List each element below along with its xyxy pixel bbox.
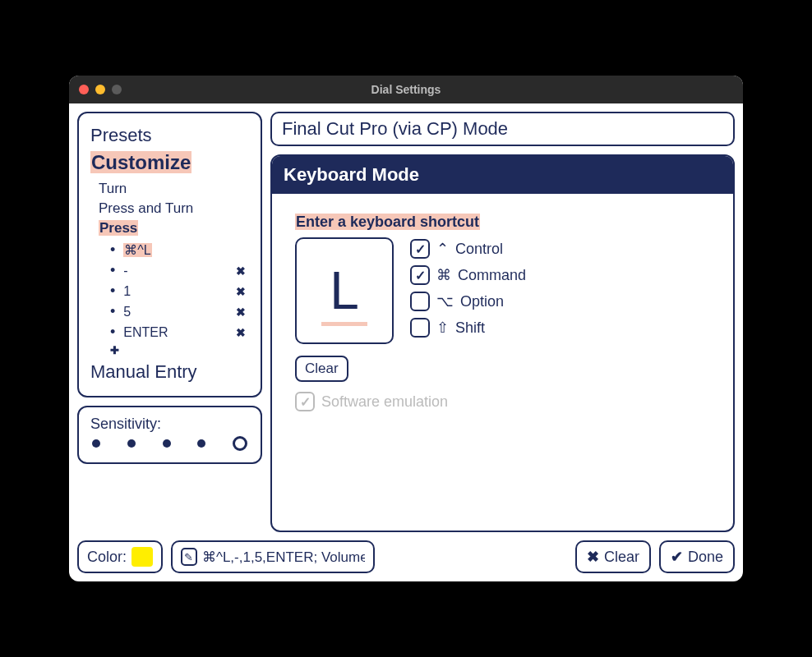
control-symbol-icon: ⌃: [436, 240, 449, 258]
clear-button[interactable]: ✖ Clear: [575, 540, 651, 573]
sidebar-manual-entry[interactable]: Manual Entry: [90, 361, 249, 383]
sensitivity-step[interactable]: [92, 439, 100, 448]
remove-entry-icon[interactable]: ✖: [236, 306, 246, 319]
summary-field[interactable]: ✎: [171, 540, 375, 573]
sensitivity-step[interactable]: [197, 439, 205, 448]
press-entry[interactable]: ENTER ✖: [110, 322, 249, 342]
sensitivity-step-selected[interactable]: [233, 436, 247, 451]
press-entry[interactable]: - ✖: [110, 260, 249, 281]
sensitivity-panel: Sensitivity:: [77, 406, 262, 464]
press-entry[interactable]: 5 ✖: [110, 301, 249, 322]
summary-input[interactable]: [202, 549, 365, 565]
window-title: Dial Settings: [69, 83, 743, 96]
sidebar-customize[interactable]: Customize: [90, 151, 249, 174]
mode-title[interactable]: Final Cut Pro (via CP) Mode: [270, 112, 735, 146]
keyboard-mode-header: Keyboard Mode: [272, 156, 733, 194]
sidebar-presets[interactable]: Presets: [90, 125, 249, 146]
edit-icon[interactable]: ✎: [181, 548, 197, 566]
check-icon: ✔: [671, 548, 683, 566]
checkbox-command[interactable]: [410, 265, 430, 285]
sidebar-item-press-and-turn[interactable]: Press and Turn: [90, 199, 249, 218]
clear-shortcut-button[interactable]: Clear: [295, 356, 348, 382]
sensitivity-step[interactable]: [127, 439, 136, 448]
x-icon: ✖: [587, 548, 599, 566]
shift-symbol-icon: ⇧: [436, 319, 449, 337]
command-symbol-icon: ⌘: [436, 266, 451, 284]
bottom-bar: Color: ✎ ✖ Clear ✔ Done: [77, 540, 735, 573]
press-entry[interactable]: 1 ✖: [110, 281, 249, 301]
add-press-entry-button[interactable]: [110, 342, 249, 358]
keyboard-mode-panel: Keyboard Mode Enter a keyboard shortcut …: [270, 154, 735, 532]
remove-entry-icon[interactable]: ✖: [236, 285, 246, 298]
sidebar-item-turn[interactable]: Turn: [90, 179, 249, 199]
sidebar-panel: Presets Customize Turn Press and Turn Pr…: [77, 112, 262, 397]
titlebar: Dial Settings: [69, 76, 743, 103]
modifier-command[interactable]: ⌘ Command: [410, 265, 526, 285]
software-emulation-row: Software emulation: [295, 392, 710, 411]
press-shortcut-list: ⌘^L - ✖ 1 ✖ 5 ✖: [90, 240, 249, 358]
modifier-list: ⌃ Control ⌘ Command ⌥: [410, 237, 526, 344]
sensitivity-step[interactable]: [163, 439, 171, 448]
sensitivity-slider[interactable]: [90, 433, 249, 454]
shortcut-key-letter: L: [330, 260, 359, 321]
dial-settings-window: Dial Settings Presets Customize Turn Pre…: [69, 76, 743, 581]
checkbox-shift[interactable]: [410, 318, 430, 338]
done-button[interactable]: ✔ Done: [659, 540, 735, 573]
shortcut-key-underline: [321, 322, 367, 326]
sensitivity-label: Sensitivity:: [90, 416, 249, 433]
option-symbol-icon: ⌥: [436, 292, 454, 310]
checkbox-software-emulation: [295, 392, 315, 411]
color-label: Color:: [87, 549, 127, 566]
color-picker[interactable]: Color:: [77, 540, 163, 573]
color-swatch[interactable]: [131, 547, 153, 567]
sidebar-item-press[interactable]: Press: [90, 218, 249, 238]
remove-entry-icon[interactable]: ✖: [236, 326, 246, 339]
shortcut-prompt: Enter a keyboard shortcut: [295, 214, 710, 231]
remove-entry-icon[interactable]: ✖: [236, 264, 246, 278]
shortcut-key-input[interactable]: L: [295, 237, 394, 344]
modifier-shift[interactable]: ⇧ Shift: [410, 318, 526, 338]
modifier-control[interactable]: ⌃ Control: [410, 239, 526, 259]
press-entry[interactable]: ⌘^L: [110, 240, 249, 260]
checkbox-control[interactable]: [410, 239, 430, 259]
modifier-option[interactable]: ⌥ Option: [410, 292, 526, 311]
checkbox-option[interactable]: [410, 292, 430, 311]
software-emulation-label: Software emulation: [321, 393, 448, 411]
